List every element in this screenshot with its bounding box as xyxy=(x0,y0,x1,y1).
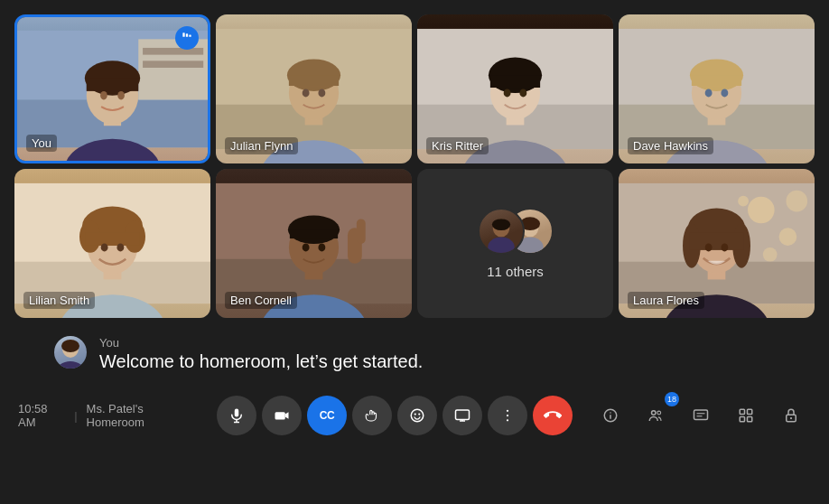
tile-label-lilian: Lilian Smith xyxy=(23,292,95,309)
svg-rect-21 xyxy=(289,75,339,86)
svg-rect-114 xyxy=(748,417,752,422)
svg-rect-97 xyxy=(456,410,470,420)
info-button[interactable] xyxy=(591,396,630,435)
emoji-button[interactable] xyxy=(397,396,437,435)
svg-point-41 xyxy=(721,89,728,98)
others-avatars xyxy=(478,208,554,255)
controls-center: CC xyxy=(199,396,591,435)
svg-rect-3 xyxy=(143,48,203,55)
tile-dave[interactable]: Dave Hawkins xyxy=(619,14,815,163)
tile-ben[interactable]: Ben Cornell xyxy=(216,169,412,318)
svg-rect-112 xyxy=(748,409,752,414)
svg-point-105 xyxy=(610,412,611,414)
chat-avatar xyxy=(54,336,87,369)
bottom-bar: 10:58 AM | Ms. Patel's Homeroom CC xyxy=(0,383,829,448)
svg-point-10 xyxy=(100,91,107,100)
svg-point-107 xyxy=(657,411,661,415)
chat-message-text: Welcome to homeroom, let’s get started. xyxy=(99,351,423,372)
others-count: 11 others xyxy=(487,264,544,279)
svg-rect-89 xyxy=(235,409,239,417)
svg-point-71 xyxy=(748,197,775,224)
controls-right: 18 xyxy=(591,396,811,435)
camera-button[interactable] xyxy=(262,396,302,435)
svg-point-85 xyxy=(721,244,728,252)
tile-kris[interactable]: Kris Ritter xyxy=(417,14,613,163)
raise-hand-button[interactable] xyxy=(352,396,392,435)
svg-rect-14 xyxy=(189,35,191,37)
svg-point-75 xyxy=(786,191,807,212)
svg-point-100 xyxy=(507,410,508,412)
people-badge: 18 xyxy=(665,392,679,406)
svg-point-94 xyxy=(411,409,424,422)
svg-point-66 xyxy=(488,237,515,253)
svg-point-116 xyxy=(790,417,792,419)
svg-point-74 xyxy=(738,196,749,207)
more-button[interactable] xyxy=(488,396,527,435)
svg-rect-83 xyxy=(690,232,743,250)
svg-rect-30 xyxy=(490,75,540,88)
present-button[interactable] xyxy=(442,396,482,435)
people-button-wrapper: 18 xyxy=(636,396,675,435)
svg-rect-59 xyxy=(290,229,338,238)
svg-point-72 xyxy=(779,228,797,246)
tile-lilian[interactable]: Lilian Smith xyxy=(14,169,210,318)
meeting-divider: | xyxy=(74,409,77,423)
svg-point-11 xyxy=(117,91,125,100)
video-grid: You xyxy=(0,0,829,325)
svg-point-65 xyxy=(491,219,509,230)
svg-point-95 xyxy=(414,413,416,415)
svg-rect-12 xyxy=(182,33,184,37)
mic-button[interactable] xyxy=(217,396,256,435)
svg-point-32 xyxy=(519,89,526,98)
svg-rect-108 xyxy=(694,410,708,420)
svg-point-61 xyxy=(318,244,325,252)
svg-point-101 xyxy=(507,415,508,416)
activities-button[interactable] xyxy=(726,396,766,435)
tile-others[interactable]: 11 others xyxy=(417,169,613,318)
meeting-name: Ms. Patel's Homeroom xyxy=(87,402,199,429)
captions-label: CC xyxy=(320,409,334,422)
chat-speaker-name: You xyxy=(99,336,423,350)
svg-point-31 xyxy=(504,89,511,98)
chat-button[interactable] xyxy=(681,396,721,435)
svg-point-73 xyxy=(763,247,778,262)
tile-laura[interactable]: Laura Flores xyxy=(619,169,815,318)
tile-label-you: You xyxy=(26,135,57,152)
svg-rect-39 xyxy=(692,75,741,86)
svg-rect-50 xyxy=(86,232,139,246)
tile-label-laura: Laura Flores xyxy=(628,292,704,309)
svg-point-60 xyxy=(303,244,310,252)
svg-point-102 xyxy=(507,419,508,421)
svg-point-87 xyxy=(61,340,79,352)
meeting-info: 10:58 AM | Ms. Patel's Homeroom xyxy=(18,402,199,429)
chat-area: You Welcome to homeroom, let’s get start… xyxy=(0,325,829,383)
tile-label-ben: Ben Cornell xyxy=(225,292,297,309)
svg-rect-111 xyxy=(740,409,744,414)
tile-label-julian: Julian Flynn xyxy=(225,137,298,154)
svg-point-22 xyxy=(303,89,310,98)
svg-point-84 xyxy=(705,244,713,252)
chat-content: You Welcome to homeroom, let’s get start… xyxy=(99,336,423,372)
meeting-time: 10:58 AM xyxy=(18,402,65,429)
svg-point-51 xyxy=(101,244,108,252)
svg-rect-4 xyxy=(143,61,203,68)
lock-button[interactable] xyxy=(771,396,811,435)
svg-point-52 xyxy=(116,244,124,252)
tile-you[interactable]: You xyxy=(14,14,210,163)
svg-marker-93 xyxy=(285,412,289,419)
tile-label-dave: Dave Hawkins xyxy=(628,137,713,154)
captions-button[interactable]: CC xyxy=(307,396,347,435)
svg-rect-63 xyxy=(357,219,366,244)
tile-julian[interactable]: Julian Flynn xyxy=(216,14,412,163)
svg-point-88 xyxy=(56,361,85,369)
svg-point-23 xyxy=(318,89,325,98)
active-speaker-badge xyxy=(175,26,199,50)
svg-point-40 xyxy=(705,89,713,98)
svg-point-96 xyxy=(418,413,420,415)
tile-label-kris: Kris Ritter xyxy=(426,137,489,154)
svg-rect-13 xyxy=(186,33,188,37)
svg-rect-9 xyxy=(87,79,139,91)
svg-point-106 xyxy=(652,411,657,415)
end-call-button[interactable] xyxy=(533,396,573,435)
svg-rect-113 xyxy=(740,417,744,422)
